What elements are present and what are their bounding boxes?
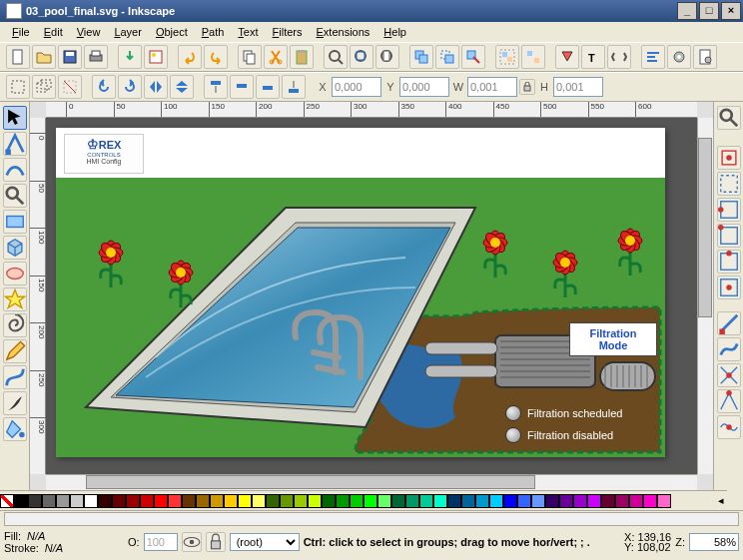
color-swatch[interactable]: [573, 494, 587, 508]
menu-text[interactable]: Text: [232, 24, 264, 40]
color-swatch[interactable]: [280, 494, 294, 508]
menu-edit[interactable]: Edit: [38, 24, 69, 40]
maximize-button[interactable]: □: [699, 2, 719, 20]
select-all-button[interactable]: [6, 75, 30, 99]
save-button[interactable]: [58, 45, 82, 69]
new-button[interactable]: [6, 45, 30, 69]
undo-button[interactable]: [178, 45, 202, 69]
color-swatch[interactable]: [531, 494, 545, 508]
color-swatch[interactable]: [433, 494, 447, 508]
close-button[interactable]: ×: [721, 2, 741, 20]
horizontal-ruler[interactable]: 050100150200250300350400450500550600: [46, 102, 697, 118]
color-swatch[interactable]: [629, 494, 643, 508]
duplicate-button[interactable]: [409, 45, 433, 69]
lower-bottom-button[interactable]: [282, 75, 306, 99]
color-swatch[interactable]: [210, 494, 224, 508]
flip-v-button[interactable]: [170, 75, 194, 99]
color-swatch[interactable]: [517, 494, 531, 508]
color-swatch[interactable]: [419, 494, 433, 508]
menu-layer[interactable]: Layer: [108, 24, 148, 40]
fill-stroke-button[interactable]: [555, 45, 579, 69]
color-swatch[interactable]: [475, 494, 489, 508]
palette-menu-button[interactable]: ◂: [715, 494, 727, 507]
color-swatch[interactable]: [322, 494, 336, 508]
raise-button[interactable]: [230, 75, 254, 99]
filtration-mode-panel[interactable]: Filtration Mode: [569, 322, 657, 356]
snap-node-button[interactable]: [717, 311, 741, 335]
pencil-tool[interactable]: [3, 339, 27, 363]
color-swatch[interactable]: [447, 494, 461, 508]
snap-bbox-midpoint-button[interactable]: [717, 250, 741, 274]
y-input[interactable]: [399, 77, 449, 97]
statusbar-scrollbar[interactable]: [4, 512, 739, 526]
lower-button[interactable]: [256, 75, 280, 99]
preferences-button[interactable]: [667, 45, 691, 69]
w-input[interactable]: [467, 77, 517, 97]
raise-top-button[interactable]: [204, 75, 228, 99]
zoom-page-button[interactable]: [375, 45, 399, 69]
color-swatch[interactable]: [196, 494, 210, 508]
zoom-input[interactable]: [689, 533, 739, 551]
snap-smooth-button[interactable]: [717, 415, 741, 439]
cut-button[interactable]: [264, 45, 288, 69]
color-swatch[interactable]: [601, 494, 615, 508]
ungroup-button[interactable]: [521, 45, 545, 69]
color-swatch[interactable]: [42, 494, 56, 508]
color-swatch[interactable]: [405, 494, 419, 508]
snap-bbox-center-button[interactable]: [717, 276, 741, 299]
color-swatch[interactable]: [489, 494, 503, 508]
xml-editor-button[interactable]: [607, 45, 631, 69]
color-swatch[interactable]: [112, 494, 126, 508]
layer-selector[interactable]: (root): [230, 533, 300, 551]
snap-cusp-button[interactable]: [717, 389, 741, 413]
zoom-tool[interactable]: [3, 184, 27, 208]
menu-help[interactable]: Help: [377, 24, 412, 40]
menu-view[interactable]: View: [71, 24, 107, 40]
color-swatch[interactable]: [294, 494, 308, 508]
color-swatch[interactable]: [70, 494, 84, 508]
calligraphy-tool[interactable]: [3, 391, 27, 415]
spiral-tool[interactable]: [3, 313, 27, 337]
color-swatch[interactable]: [98, 494, 112, 508]
filtration-disabled-row[interactable]: Filtration disabled: [505, 427, 613, 443]
snap-bbox-corner-button[interactable]: [717, 224, 741, 248]
snap-path-button[interactable]: [717, 337, 741, 361]
menu-path[interactable]: Path: [196, 24, 231, 40]
horizontal-scrollbar[interactable]: [46, 474, 697, 490]
group-button[interactable]: [495, 45, 519, 69]
color-swatch[interactable]: [14, 494, 28, 508]
svg-page[interactable]: ♔REX CONTROLS HMI Config: [56, 128, 665, 457]
paste-button[interactable]: [290, 45, 314, 69]
no-color-swatch[interactable]: [0, 494, 14, 508]
color-swatch[interactable]: [615, 494, 629, 508]
color-swatch[interactable]: [126, 494, 140, 508]
color-swatch[interactable]: [643, 494, 657, 508]
color-swatch[interactable]: [364, 494, 377, 508]
color-swatch[interactable]: [503, 494, 517, 508]
paintbucket-tool[interactable]: [3, 417, 27, 441]
open-button[interactable]: [32, 45, 56, 69]
color-swatch[interactable]: [84, 494, 98, 508]
color-swatch[interactable]: [140, 494, 154, 508]
color-swatch[interactable]: [350, 494, 364, 508]
menu-object[interactable]: Object: [150, 24, 194, 40]
color-swatch[interactable]: [461, 494, 475, 508]
rotate-cw-button[interactable]: [118, 75, 142, 99]
doc-properties-button[interactable]: [693, 45, 717, 69]
flip-h-button[interactable]: [144, 75, 168, 99]
ellipse-tool[interactable]: [3, 262, 27, 285]
color-swatch[interactable]: [238, 494, 252, 508]
selector-tool[interactable]: [3, 106, 27, 130]
zoom-selection-button[interactable]: [324, 45, 348, 69]
color-swatch[interactable]: [336, 494, 350, 508]
opacity-input[interactable]: [144, 533, 178, 551]
3dbox-tool[interactable]: [3, 236, 27, 260]
rotate-ccw-button[interactable]: [92, 75, 116, 99]
deselect-button[interactable]: [58, 75, 82, 99]
clone-button[interactable]: [435, 45, 459, 69]
color-swatch[interactable]: [168, 494, 182, 508]
color-swatch[interactable]: [224, 494, 238, 508]
x-input[interactable]: [332, 77, 381, 97]
minimize-button[interactable]: _: [677, 2, 697, 20]
color-swatch[interactable]: [559, 494, 573, 508]
